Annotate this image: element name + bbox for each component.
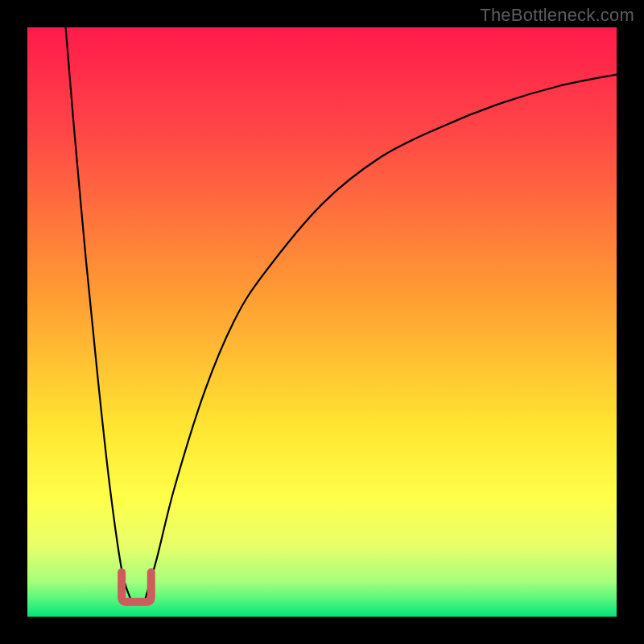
curve-left-branch [66, 27, 131, 599]
chart-frame: TheBottleneck.com [0, 0, 644, 644]
watermark-text: TheBottleneck.com [480, 5, 634, 26]
chart-svg [27, 27, 617, 617]
curve-right-branch [145, 75, 617, 599]
